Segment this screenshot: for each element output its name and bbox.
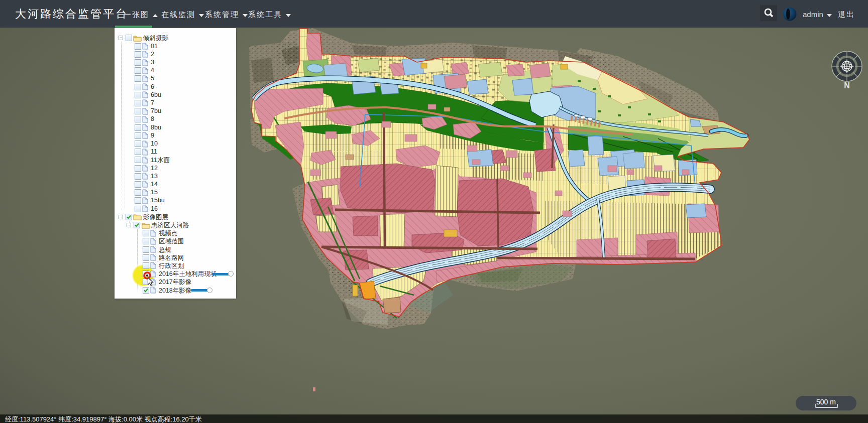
svg-text:N: N (844, 81, 850, 90)
